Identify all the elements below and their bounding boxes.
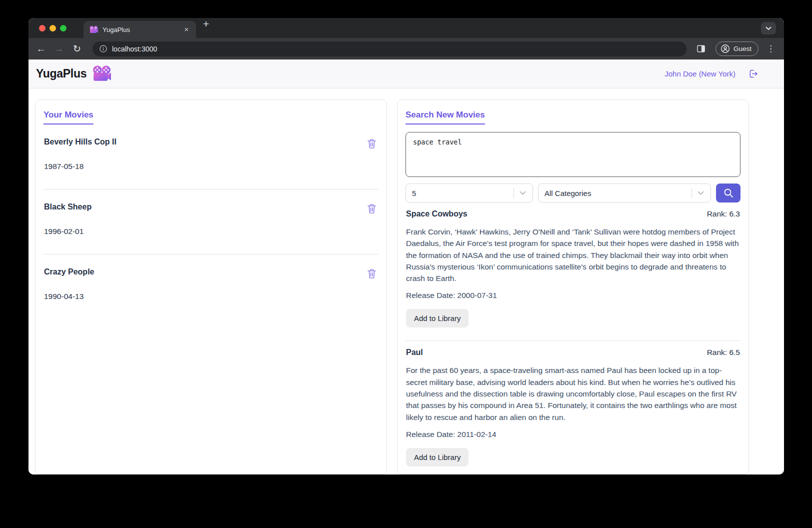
delete-movie-button[interactable] (366, 268, 378, 280)
search-result: Paul Rank: 6.5 For the past 60 years, a … (406, 340, 740, 474)
result-limit-select[interactable]: 5 (406, 184, 533, 202)
address-bar[interactable]: localhost:3000 (92, 42, 686, 56)
side-panel-icon[interactable] (694, 42, 708, 56)
result-release-date: Release Date: 2011-02-14 (406, 430, 740, 439)
site-info-icon[interactable] (100, 45, 107, 52)
search-panel: Search New Movies space travel 5 All Cat… (397, 100, 749, 474)
your-movies-panel: Your Movies Beverly Hills Cop II 1987-05… (35, 100, 387, 474)
page-content: YugaPlus John Doe (New York) (28, 60, 784, 474)
list-item: Crazy People 1990-04-13 (44, 254, 378, 319)
person-icon (720, 44, 730, 54)
movie-date: 1987-05-18 (44, 162, 116, 171)
chevron-down-icon (766, 26, 772, 30)
search-query-textarea[interactable]: space travel (406, 132, 740, 177)
category-value: All Categories (544, 189, 591, 198)
logout-icon[interactable] (748, 68, 758, 79)
list-item: Beverly Hills Cop II 1987-05-18 (44, 124, 378, 189)
brand-title: YugaPlus (36, 67, 86, 80)
list-item: Black Sheep 1996-02-01 (44, 189, 378, 254)
app-header: YugaPlus John Doe (New York) (28, 60, 784, 88)
tab-title: YugaPlus (102, 26, 178, 34)
tab-favicon-camera-icon (90, 26, 98, 34)
delete-movie-button[interactable] (366, 138, 378, 150)
add-to-library-button[interactable]: Add to Library (406, 448, 468, 466)
result-rank: Rank: 6.3 (707, 210, 740, 218)
delete-movie-button[interactable] (366, 202, 378, 216)
result-limit-value: 5 (412, 189, 416, 198)
reload-button[interactable]: ↻ (70, 42, 84, 56)
browser-menu-button[interactable]: ⋮ (766, 44, 776, 54)
trash-icon (367, 138, 376, 149)
search-heading: Search New Movies (406, 110, 485, 124)
search-controls: 5 All Categories (406, 184, 740, 202)
browser-window: YugaPlus × + ← → ↻ localhost:3000 (28, 18, 784, 474)
tab-close-icon[interactable]: × (182, 25, 191, 34)
movie-title: Black Sheep (44, 202, 92, 212)
search-icon (724, 188, 734, 198)
browser-toolbar: ← → ↻ localhost:3000 Guest ⋮ (28, 38, 784, 60)
browser-tab[interactable]: YugaPlus × (84, 21, 196, 38)
search-result: Space Cowboys Rank: 6.3 Frank Corvin, ‘H… (406, 202, 740, 340)
close-window-button[interactable] (39, 25, 46, 32)
your-movies-heading: Your Movies (44, 110, 94, 124)
minimize-window-button[interactable] (50, 25, 56, 32)
result-description: For the past 60 years, a space-traveling… (406, 364, 740, 422)
maximize-window-button[interactable] (60, 25, 66, 32)
user-name: John Doe (New York) (664, 70, 736, 78)
url-text: localhost:3000 (112, 45, 157, 53)
movie-camera-icon (92, 66, 111, 82)
movie-date: 1990-04-13 (44, 292, 94, 301)
window-controls (28, 25, 66, 38)
trash-icon (367, 268, 376, 279)
profile-button[interactable]: Guest (716, 42, 758, 56)
trash-icon (367, 204, 376, 214)
tab-strip: YugaPlus × + (28, 18, 784, 38)
back-button[interactable]: ← (34, 42, 48, 56)
tab-search-button[interactable] (761, 22, 776, 34)
chevron-down-icon (692, 191, 710, 196)
result-description: Frank Corvin, ‘Hawk’ Hawkins, Jerry O'Ne… (406, 226, 740, 284)
main-content: Your Movies Beverly Hills Cop II 1987-05… (28, 88, 784, 474)
result-release-date: Release Date: 2000-07-31 (406, 291, 740, 300)
result-title: Space Cowboys (406, 210, 468, 218)
add-to-library-button[interactable]: Add to Library (406, 309, 468, 328)
movie-date: 1996-02-01 (44, 227, 92, 236)
category-select[interactable]: All Categories (538, 184, 711, 202)
forward-button[interactable]: → (52, 42, 66, 56)
search-button[interactable] (716, 184, 740, 202)
result-rank: Rank: 6.5 (707, 348, 740, 357)
movie-title: Beverly Hills Cop II (44, 138, 116, 146)
profile-label: Guest (734, 45, 752, 52)
chevron-down-icon (514, 191, 532, 196)
new-tab-button[interactable]: + (196, 18, 209, 38)
result-title: Paul (406, 348, 423, 357)
movie-title: Crazy People (44, 268, 94, 276)
